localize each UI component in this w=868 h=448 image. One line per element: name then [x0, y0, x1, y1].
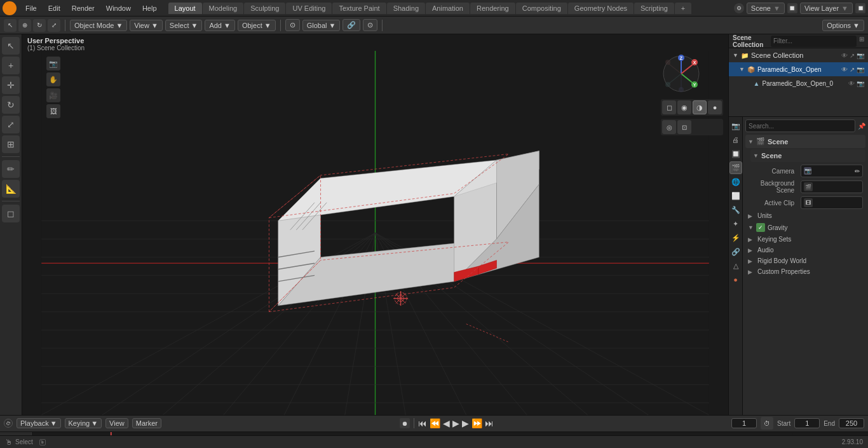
props-object-icon[interactable]: ⬜ [729, 189, 742, 202]
object-menu[interactable]: Object ▼ [238, 20, 276, 31]
props-pin-icon[interactable]: 📌 [858, 123, 865, 130]
tab-geometry-nodes[interactable]: Geometry Nodes [568, 3, 634, 14]
active-clip-value[interactable]: 🎞 [801, 196, 863, 209]
tool-move[interactable]: ⊕ [18, 19, 31, 32]
prev-keyframe-btn[interactable]: ◀ [443, 418, 450, 428]
view-layer-selector[interactable]: View Layer ▼ [800, 3, 853, 14]
shading-rendered[interactable]: ● [708, 100, 722, 114]
scene-selector[interactable]: Scene ▼ [747, 3, 785, 14]
props-material-icon[interactable]: ● [729, 273, 742, 286]
tab-add[interactable]: + [675, 3, 691, 14]
end-frame-input[interactable] [839, 418, 864, 428]
menu-window[interactable]: Window [101, 3, 136, 13]
pbox-vis-icon[interactable]: 👁 [841, 66, 848, 73]
tab-modeling[interactable]: Modeling [203, 3, 244, 14]
tool-add-cube-icon[interactable]: ◻ [2, 205, 20, 222]
background-scene-value[interactable]: 🎬 [801, 180, 863, 193]
sc-render-icon[interactable]: 📷 [857, 52, 864, 59]
tool-cursor-icon[interactable]: + [2, 57, 20, 74]
keying-btn[interactable]: Keying ▼ [65, 418, 102, 428]
frame-clock-icon[interactable]: ⏱ [761, 417, 773, 430]
gravity-section[interactable]: ▼ ✓ Gravity [745, 221, 865, 234]
tab-compositing[interactable]: Compositing [516, 3, 567, 14]
tool-transform-icon[interactable]: ⊞ [2, 135, 20, 153]
xray-toggle[interactable]: ⊡ [677, 120, 691, 134]
jump-end-btn[interactable]: ⏭ [485, 418, 494, 428]
transform-pivot[interactable]: ⊙ [285, 19, 300, 31]
outliner-search[interactable] [771, 36, 857, 47]
next-frame-btn[interactable]: ⏩ [471, 418, 482, 428]
pbox-render-icon[interactable]: 📷 [857, 66, 864, 73]
shading-lookdev[interactable]: ◑ [693, 100, 707, 114]
select-menu[interactable]: Select ▼ [165, 20, 203, 31]
menu-file[interactable]: File [20, 3, 42, 13]
shading-solid[interactable]: ◉ [677, 100, 691, 114]
props-scene-icon[interactable]: 🎬 [729, 161, 742, 174]
proportional-edit[interactable]: ⊙ [363, 19, 377, 31]
tool-measure-icon[interactable]: 📐 [2, 180, 20, 198]
outliner-scene-collection[interactable]: ▼ 📁 Scene Collection 👁 ↗ 📷 [729, 48, 868, 62]
tab-shading[interactable]: Shading [387, 3, 425, 14]
playback-btn[interactable]: Playback ▼ [17, 418, 61, 428]
tab-texture-paint[interactable]: Texture Paint [332, 3, 386, 14]
outliner-filter-icon[interactable]: ⊞ [859, 36, 864, 47]
viewport[interactable]: User Perspective (1) Scene Collection [22, 34, 728, 415]
props-view-layer-icon[interactable]: 🔲 [729, 147, 742, 160]
camera-lock-btn[interactable]: 🎥 [46, 88, 60, 102]
add-menu[interactable]: Add ▼ [205, 20, 235, 31]
props-particles-icon[interactable]: ✦ [729, 217, 742, 230]
tool-scale-icon[interactable]: ⤢ [2, 116, 20, 133]
jump-start-btn[interactable]: ⏮ [418, 418, 427, 428]
transform-orientation[interactable]: Global ▼ [302, 20, 341, 31]
camera-edit-icon[interactable]: ✏ [855, 168, 860, 175]
props-constraints-icon[interactable]: 🔗 [729, 245, 742, 258]
next-keyframe-btn[interactable]: ▶ [462, 418, 469, 428]
units-section[interactable]: ▶ Units [745, 210, 865, 221]
keying-sets-section[interactable]: ▶ Keying Sets [745, 234, 865, 245]
viewport-shading[interactable]: View ▼ [130, 20, 163, 31]
outliner-paramedic-box-mesh[interactable]: ▲ Paramedic_Box_Open_0 👁 📷 [729, 76, 868, 90]
gravity-checkbox[interactable]: ✓ [756, 223, 765, 232]
audio-section[interactable]: ▶ Audio [745, 245, 865, 255]
tab-sculpting[interactable]: Sculpting [244, 3, 285, 14]
tool-annotate-icon[interactable]: ✏ [2, 160, 20, 178]
options-btn[interactable]: Options ▼ [822, 20, 864, 31]
tool-select[interactable]: ↖ [4, 19, 17, 32]
timeline-mode-icon[interactable]: ⏱ [4, 419, 13, 428]
rigid-body-section[interactable]: ▶ Rigid Body World [745, 255, 865, 266]
props-output-icon[interactable]: 🖨 [729, 133, 742, 146]
sc-sel-icon[interactable]: ↗ [850, 52, 855, 59]
view-layer-icon[interactable]: 🔲 [855, 3, 865, 13]
tool-move-icon[interactable]: ✛ [2, 76, 20, 94]
camera-prop-value[interactable]: 📷 ✏ [801, 165, 863, 177]
sc-vis-icon[interactable]: 👁 [841, 52, 848, 59]
tool-rotate-icon[interactable]: ↻ [2, 96, 20, 114]
tab-animation[interactable]: Animation [426, 3, 470, 14]
overlay-toggle[interactable]: ◎ [662, 120, 676, 134]
custom-props-section[interactable]: ▶ Custom Properties [745, 266, 865, 277]
scene-section-header[interactable]: ▼ 🎬 Scene [745, 135, 865, 148]
scene-subsection-header[interactable]: ▼ Scene [750, 149, 865, 162]
tool-scale[interactable]: ⤢ [48, 19, 60, 32]
tool-select-icon[interactable]: ↖ [2, 37, 20, 55]
tab-uv-editing[interactable]: UV Editing [286, 3, 332, 14]
menu-edit[interactable]: Edit [43, 3, 65, 13]
menu-help[interactable]: Help [137, 3, 162, 13]
mode-selector[interactable]: Object Mode ▼ [70, 20, 127, 31]
prev-frame-btn[interactable]: ⏪ [430, 418, 440, 428]
camera-view-btn[interactable]: 📷 [46, 57, 60, 71]
current-frame-input[interactable] [731, 418, 757, 428]
props-search-input[interactable] [749, 123, 852, 130]
menu-render[interactable]: Render [67, 3, 100, 13]
play-btn[interactable]: ▶ [452, 418, 459, 428]
start-frame-input[interactable] [794, 418, 820, 428]
render-view-btn[interactable]: 🖼 [46, 104, 60, 118]
marker-btn[interactable]: Marker [132, 418, 161, 428]
pmesh-render-icon[interactable]: 📷 [857, 80, 864, 87]
props-data-icon[interactable]: △ [729, 259, 742, 272]
props-render-icon[interactable]: 📷 [729, 119, 742, 132]
record-btn[interactable]: ⏺ [400, 418, 410, 428]
scene-icon[interactable]: 🔲 [787, 3, 797, 13]
engine-icon[interactable]: ⚙ [734, 3, 744, 13]
tab-layout[interactable]: Layout [168, 3, 202, 14]
